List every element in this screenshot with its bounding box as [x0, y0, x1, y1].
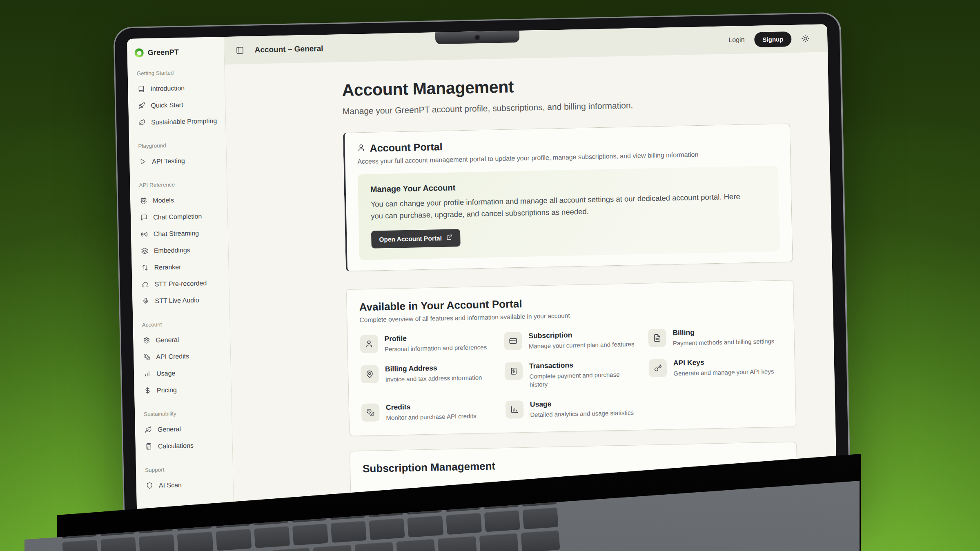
dollar-icon [144, 387, 151, 394]
keyboard-key [522, 507, 558, 529]
sidebar-item-label: Sustainable Prompting [151, 117, 217, 126]
file-text-icon [653, 334, 661, 342]
sidebar-item-label: General [156, 336, 179, 344]
brand-logo[interactable]: GreenPT [134, 46, 219, 58]
features-grid: ProfilePersonal information and preferen… [360, 327, 783, 423]
sidebar-toggle-button[interactable] [236, 46, 244, 54]
sidebar-item-label: Introduction [150, 84, 185, 93]
sidebar-item-api-reference-reranker[interactable]: Reranker [139, 258, 224, 276]
screen: GreenPT Getting StartedIntroductionQuick… [127, 24, 837, 529]
sidebar-item-label: STT Pre-recorded [154, 280, 207, 288]
leaf-icon [138, 119, 145, 126]
sidebar-item-label: Pricing [157, 386, 177, 394]
sidebar-item-api-reference-chat-completion[interactable]: Chat Completion [138, 207, 223, 226]
sidebar-item-api-reference-embeddings[interactable]: Embeddings [138, 241, 223, 259]
message-square-icon [140, 214, 147, 221]
feature-text: Billing AddressInvoice and tax address i… [385, 363, 482, 392]
page-title: Account Management [342, 71, 789, 100]
sidebar-item-getting-started-introduction[interactable]: Introduction [135, 79, 220, 97]
sidebar-item-label: Chat Streaming [154, 229, 199, 238]
sidebar-item-label: Models [153, 196, 174, 204]
feature-text: UsageDetailed analytics and usage statis… [530, 398, 634, 419]
keyboard-key [216, 529, 252, 551]
sidebar-item-label: STT Live Audio [155, 296, 199, 304]
keyboard-key [479, 533, 519, 551]
feature-icon-tile [360, 335, 378, 353]
topbar-actions: Login Signup [728, 31, 810, 48]
feature-title: Billing [673, 327, 774, 337]
feature-icon-tile [648, 329, 666, 347]
bar-chart-icon [144, 370, 151, 377]
main-area: Account – General Login Signup Account M… [224, 24, 837, 527]
scene-background: GreenPT Getting StartedIntroductionQuick… [0, 0, 980, 551]
features-card: Available in Your Account Portal Complet… [346, 280, 796, 436]
sidebar-item-account-pricing[interactable]: Pricing [142, 380, 227, 399]
sidebar-item-sustainability-general[interactable]: General [143, 420, 227, 438]
keyboard-key [61, 527, 97, 539]
keyboard-key [139, 534, 175, 551]
feature-text: BillingPayment methods and billing setti… [673, 327, 774, 347]
open-account-portal-label: Open Account Portal [379, 235, 442, 243]
theme-toggle-button[interactable] [801, 34, 809, 42]
sidebar-item-label: Chat Completion [153, 213, 202, 221]
radio-icon [141, 231, 148, 238]
feature-billing-address: Billing AddressInvoice and tax address i… [361, 362, 494, 392]
keyboard-key [177, 531, 213, 551]
login-link[interactable]: Login [728, 36, 745, 44]
breadcrumb: Account – General [254, 44, 323, 55]
feature-transactions: TransactionsComplete payment and purchas… [505, 360, 639, 389]
sidebar-item-sustainability-calculations[interactable]: Calculations [143, 436, 227, 455]
panel-left-icon [236, 46, 244, 54]
sidebar-item-account-general[interactable]: General [140, 330, 225, 349]
credit-card-icon [509, 337, 517, 345]
sidebar: GreenPT Getting StartedIntroductionQuick… [127, 37, 234, 529]
keyboard-key [369, 518, 405, 540]
sidebar-item-api-reference-models[interactable]: Models [138, 191, 223, 209]
sidebar-item-getting-started-sustainable-prompting[interactable]: Sustainable Prompting [136, 112, 221, 131]
sidebar-item-label: AI Scan [159, 481, 182, 489]
laptop-notch [435, 31, 519, 44]
sidebar-item-api-reference-stt-live-audio[interactable]: STT Live Audio [140, 291, 225, 309]
sidebar-item-label: Quick Start [151, 101, 183, 109]
keyboard-key [331, 521, 367, 543]
sidebar-item-api-reference-chat-streaming[interactable]: Chat Streaming [138, 224, 223, 242]
feature-profile: ProfilePersonal information and preferen… [360, 332, 494, 354]
keyboard-key [354, 542, 394, 551]
feature-text: TransactionsComplete payment and purchas… [529, 360, 638, 389]
laptop: GreenPT Getting StartedIntroductionQuick… [113, 12, 851, 529]
feature-text: SubscriptionManage your current plan and… [528, 329, 634, 350]
signup-button[interactable]: Signup [754, 31, 792, 47]
feature-subscription: SubscriptionManage your current plan and… [504, 329, 638, 351]
laptop-lid: GreenPT Getting StartedIntroductionQuick… [113, 12, 851, 529]
greenpt-logo-icon [134, 48, 143, 57]
feature-api-keys: API KeysGenerate and manage your API key… [649, 357, 783, 387]
sidebar-item-playground-api-testing[interactable]: API Testing [137, 151, 222, 170]
account-portal-title: Account Portal [370, 141, 442, 154]
account-portal-card: Account Portal Access your full account … [343, 123, 793, 271]
feature-description: Invoice and tax address information [385, 373, 482, 384]
coins-icon [143, 353, 150, 360]
open-account-portal-button[interactable]: Open Account Portal [371, 229, 460, 249]
feature-billing: BillingPayment methods and billing setti… [648, 327, 782, 348]
sidebar-section-label-support: Support [145, 465, 228, 473]
sidebar-item-support-ai-scan[interactable]: AI Scan [143, 475, 228, 494]
sidebar-item-account-usage[interactable]: Usage [141, 364, 226, 382]
feature-description: Detailed analytics and usage statistics [530, 409, 634, 419]
sidebar-section-label-account: Account [142, 320, 225, 328]
cpu-icon [140, 197, 147, 204]
keyboard-key [396, 539, 435, 551]
sidebar-section-label-playground: Playground [138, 141, 221, 149]
sidebar-item-account-api-credits[interactable]: API Credits [141, 347, 226, 365]
keyboard-key [446, 513, 482, 535]
manage-account-panel: Manage Your Account You can change your … [358, 166, 780, 260]
sidebar-nav: Getting StartedIntroductionQuick StartSu… [135, 69, 229, 494]
sidebar-item-getting-started-quick-start[interactable]: Quick Start [136, 96, 220, 114]
layers-icon [141, 247, 148, 254]
feature-description: Manage your current plan and features [529, 340, 635, 350]
arrow-up-down-icon [141, 264, 148, 271]
portal-user-icon-slot [357, 143, 365, 153]
sidebar-item-api-reference-stt-pre-recorded[interactable]: STT Pre-recorded [139, 274, 224, 293]
book-icon [138, 85, 145, 92]
feature-text: ProfilePersonal information and preferen… [384, 333, 487, 353]
settings-icon [143, 337, 150, 344]
